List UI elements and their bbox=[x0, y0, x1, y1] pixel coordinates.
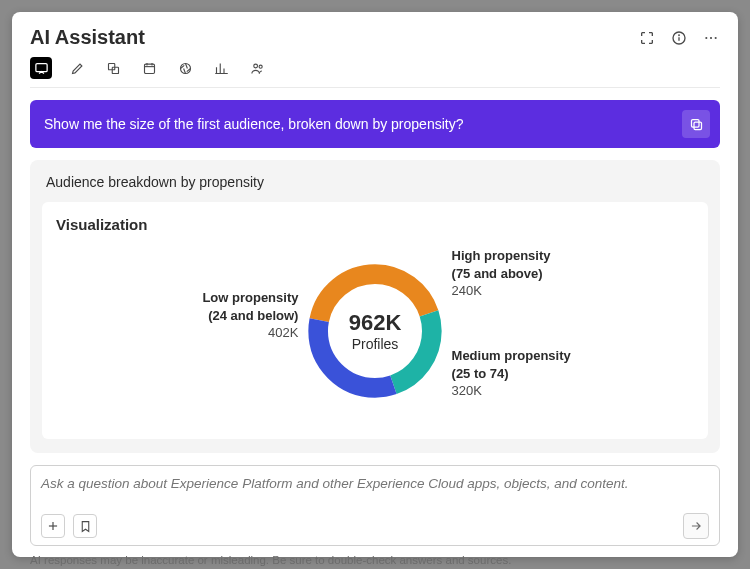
info-icon[interactable] bbox=[670, 29, 688, 47]
ai-assistant-panel: AI Assistant bbox=[12, 12, 738, 557]
panel-header: AI Assistant bbox=[30, 26, 720, 49]
svg-rect-6 bbox=[35, 63, 46, 71]
svg-rect-16 bbox=[694, 122, 702, 130]
svg-rect-17 bbox=[691, 119, 699, 127]
svg-point-3 bbox=[705, 36, 707, 38]
input-actions bbox=[41, 513, 709, 539]
svg-rect-9 bbox=[144, 64, 154, 73]
prompt-bar: Show me the size of the first audience, … bbox=[30, 100, 720, 148]
visualization-title: Visualization bbox=[56, 216, 694, 233]
send-button[interactable] bbox=[683, 513, 709, 539]
tool-edit-icon[interactable] bbox=[66, 57, 88, 79]
segment-label-low: Low propensity (24 and below) 402K bbox=[118, 289, 298, 342]
input-placeholder: Ask a question about Experience Platform… bbox=[41, 476, 709, 491]
prompt-text: Show me the size of the first audience, … bbox=[44, 116, 463, 132]
donut-center-label: Profiles bbox=[349, 336, 402, 352]
svg-point-15 bbox=[259, 65, 262, 68]
svg-point-5 bbox=[715, 36, 717, 38]
toolbar bbox=[30, 57, 720, 88]
tool-calendar-icon[interactable] bbox=[138, 57, 160, 79]
header-actions bbox=[638, 29, 720, 47]
donut-center-value: 962K bbox=[349, 310, 402, 336]
svg-point-2 bbox=[679, 35, 680, 36]
tool-aperture-icon[interactable] bbox=[174, 57, 196, 79]
add-button[interactable] bbox=[41, 514, 65, 538]
fullscreen-icon[interactable] bbox=[638, 29, 656, 47]
donut-chart: 962K Profiles Low propensity (24 and bel… bbox=[56, 241, 694, 421]
tool-users-icon[interactable] bbox=[246, 57, 268, 79]
svg-rect-8 bbox=[112, 67, 118, 73]
svg-point-14 bbox=[253, 64, 257, 68]
donut-center: 962K Profiles bbox=[349, 310, 402, 352]
tool-chart-icon[interactable] bbox=[210, 57, 232, 79]
segment-label-medium: Medium propensity (25 to 74) 320K bbox=[452, 347, 652, 400]
result-title: Audience breakdown by propensity bbox=[42, 172, 708, 192]
bookmark-button[interactable] bbox=[73, 514, 97, 538]
more-icon[interactable] bbox=[702, 29, 720, 47]
segment-label-high: High propensity (75 and above) 240K bbox=[452, 247, 652, 300]
visualization-card: Visualization 962K Profiles Low propensi… bbox=[42, 202, 708, 439]
panel-title: AI Assistant bbox=[30, 26, 145, 49]
result-card: Audience breakdown by propensity Visuali… bbox=[30, 160, 720, 453]
tool-layers-icon[interactable] bbox=[102, 57, 124, 79]
input-area[interactable]: Ask a question about Experience Platform… bbox=[30, 465, 720, 546]
svg-rect-7 bbox=[108, 63, 114, 69]
copy-button[interactable] bbox=[682, 110, 710, 138]
svg-point-4 bbox=[710, 36, 712, 38]
tool-chat-icon[interactable] bbox=[30, 57, 52, 79]
disclaimer-text: AI responses may be inaccurate or mislea… bbox=[30, 554, 720, 566]
